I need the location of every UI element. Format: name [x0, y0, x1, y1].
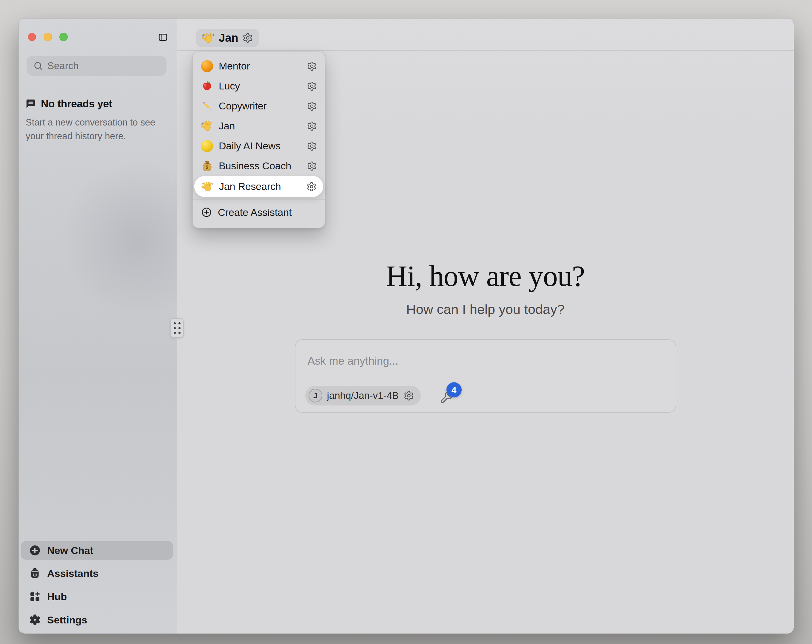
- threads-empty-state: No threads yet: [25, 98, 112, 110]
- close-window-button[interactable]: [28, 33, 36, 41]
- sidebar-toggle-icon[interactable]: [157, 32, 168, 42]
- minimize-window-button[interactable]: [44, 33, 52, 41]
- menu-item-jan[interactable]: Jan: [193, 116, 325, 136]
- nav-label: New Chat: [47, 545, 93, 556]
- chat-input[interactable]: [295, 340, 676, 379]
- assistant-menu: Mentor Lucy Copywriter Jan Daily AI News: [192, 52, 325, 228]
- grip-dots-icon: [174, 322, 180, 334]
- greeting-title: Hi, how are you?: [386, 259, 585, 293]
- create-assistant-button[interactable]: Create Assistant: [193, 203, 325, 222]
- window-controls: [28, 33, 68, 41]
- menu-item-label: Business Coach: [219, 160, 301, 172]
- gear-icon[interactable]: [307, 61, 317, 71]
- chat-bubble-icon: [25, 98, 37, 110]
- greeting-subtitle: How can I help you today?: [406, 302, 564, 317]
- app-window: No threads yet Start a new conversation …: [18, 18, 794, 633]
- plus-circle-icon: [201, 207, 212, 218]
- waving-hand-emoji: [202, 32, 215, 44]
- waving-hand-emoji: [201, 120, 213, 132]
- gear-icon: [29, 614, 41, 626]
- assistant-selector-button[interactable]: Jan: [196, 29, 259, 47]
- assistant-selector-label: Jan: [219, 32, 238, 44]
- model-settings-icon[interactable]: [403, 390, 414, 401]
- red-apple-emoji: [201, 80, 213, 92]
- menu-item-label: Jan: [219, 120, 301, 132]
- money-bag-emoji: [201, 160, 213, 172]
- sidebar-item-assistants[interactable]: Assistants: [21, 564, 173, 583]
- menu-item-jan-research[interactable]: Jan Research: [194, 176, 323, 197]
- assistant-bag-icon: [29, 567, 41, 579]
- menu-item-mentor[interactable]: Mentor: [193, 56, 325, 76]
- search-box: [27, 56, 166, 76]
- nav-label: Hub: [47, 591, 67, 603]
- model-name: janhq/Jan-v1-4B: [327, 390, 399, 401]
- sidebar: No threads yet Start a new conversation …: [18, 18, 177, 633]
- assistant-settings-icon[interactable]: [242, 32, 253, 43]
- nav-label: Settings: [47, 614, 87, 626]
- menu-divider: [193, 199, 325, 200]
- search-icon: [33, 61, 43, 71]
- circle-plus-icon: [29, 544, 41, 556]
- main-area: Jan Mentor Lucy Copywriter Jan: [177, 18, 794, 633]
- gear-icon[interactable]: [307, 81, 317, 91]
- nav-label: Assistants: [47, 568, 98, 579]
- empty-state-title: No threads yet: [41, 98, 112, 110]
- menu-item-label: Mentor: [219, 60, 301, 72]
- grid-plus-icon: [29, 591, 41, 603]
- search-input[interactable]: [27, 56, 166, 76]
- sidebar-resize-handle[interactable]: [170, 318, 184, 338]
- menu-item-label: Lucy: [219, 80, 301, 92]
- menu-item-label: Daily AI News: [219, 140, 301, 152]
- zoom-window-button[interactable]: [60, 33, 68, 41]
- main-header: [177, 18, 794, 51]
- tools-count-badge[interactable]: 4: [446, 382, 462, 397]
- menu-item-label: Jan Research: [219, 181, 301, 192]
- gear-icon[interactable]: [307, 101, 317, 111]
- model-avatar: J: [308, 389, 322, 402]
- gear-icon[interactable]: [307, 141, 317, 151]
- gear-icon[interactable]: [307, 161, 317, 171]
- model-selector-button[interactable]: J janhq/Jan-v1-4B: [305, 386, 421, 405]
- menu-item-label: Copywriter: [219, 100, 301, 112]
- sidebar-item-new-chat[interactable]: New Chat: [21, 541, 173, 560]
- pencil-emoji: [201, 100, 213, 112]
- gear-icon[interactable]: [307, 181, 317, 192]
- sidebar-item-settings[interactable]: Settings: [21, 611, 173, 629]
- orange-circle-emoji: [201, 60, 213, 72]
- gear-icon[interactable]: [307, 121, 317, 131]
- menu-item-daily-ai-news[interactable]: Daily AI News: [193, 136, 325, 156]
- waving-hand-emoji: [201, 181, 214, 193]
- yellow-circle-emoji: [201, 140, 213, 152]
- sidebar-item-hub[interactable]: Hub: [21, 587, 173, 606]
- chat-composer: J janhq/Jan-v1-4B 4: [295, 339, 676, 413]
- menu-item-copywriter[interactable]: Copywriter: [193, 96, 325, 116]
- empty-state-description: Start a new conversation to see your thr…: [26, 116, 160, 143]
- menu-item-lucy[interactable]: Lucy: [193, 76, 325, 96]
- menu-item-business-coach[interactable]: Business Coach: [193, 156, 325, 176]
- create-assistant-label: Create Assistant: [218, 207, 292, 218]
